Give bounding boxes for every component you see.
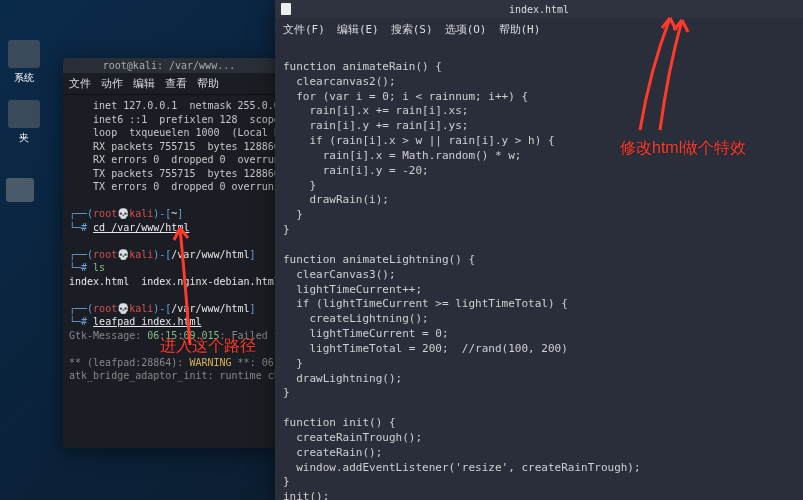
editor-title: index.html [275,4,803,15]
ls-output: index.html index.nginx-debian.html [69,276,275,287]
menu-help[interactable]: 帮助(H) [499,22,541,37]
folder-icon [8,40,40,68]
menu-options[interactable]: 选项(O) [445,22,487,37]
icon-label: 系统 [4,71,44,85]
editor-titlebar[interactable]: index.html [275,0,803,18]
menu-file[interactable]: 文件 [69,76,91,91]
menu-help[interactable]: 帮助 [197,76,219,91]
tray-icon[interactable] [6,178,34,202]
terminal-titlebar[interactable]: root@kali: /var/www... [63,58,275,73]
icon-label: 夹 [4,131,44,145]
cmd-ls: ls [93,262,105,273]
editor-body[interactable]: function animateRain() { clearcanvas2();… [275,41,803,500]
terminal-menubar[interactable]: 文件 动作 编辑 查看 帮助 [63,73,275,95]
cmd-cd: cd /var/www/html [93,222,189,233]
menu-file[interactable]: 文件(F) [283,22,325,37]
desktop-icon[interactable]: 系统 [4,40,44,85]
menu-action[interactable]: 动作 [101,76,123,91]
terminal-body[interactable]: inet 127.0.0.1 netmask 255.0.0.0 inet6 :… [63,95,275,387]
menu-edit[interactable]: 编辑(E) [337,22,379,37]
cmd-leafpad: leafpad index.html [93,316,201,327]
menu-search[interactable]: 搜索(S) [391,22,433,37]
editor-menubar[interactable]: 文件(F) 编辑(E) 搜索(S) 选项(O) 帮助(H) [275,18,803,41]
net-info: inet 127.0.0.1 netmask 255.0.0.0 inet6 :… [69,100,275,192]
folder-icon [8,100,40,128]
menu-edit[interactable]: 编辑 [133,76,155,91]
menu-view[interactable]: 查看 [165,76,187,91]
terminal-window[interactable]: root@kali: /var/www... 文件 动作 编辑 查看 帮助 in… [63,58,275,448]
desktop-icon[interactable]: 夹 [4,100,44,145]
leafpad-editor-window[interactable]: index.html 文件(F) 编辑(E) 搜索(S) 选项(O) 帮助(H)… [275,0,803,500]
